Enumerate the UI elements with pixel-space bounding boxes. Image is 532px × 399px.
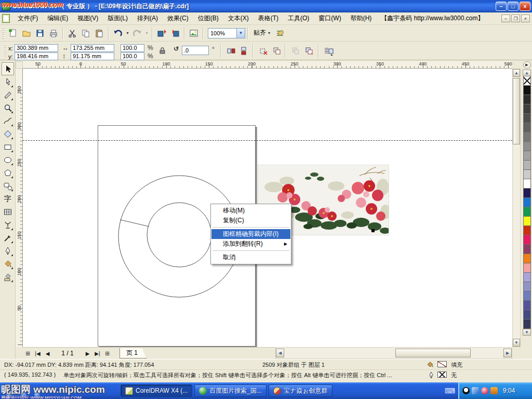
palette-flyout-button[interactable]: ▶ [523,61,531,69]
snap-to-button[interactable]: 贴齐 ▾ [250,29,273,37]
menu-item[interactable]: 【鑫宇条码 http://www.lw3000.com】 [376,12,488,24]
doc-close-button[interactable]: × [521,15,530,22]
lock-ratio-icon[interactable] [158,46,166,57]
cut-button[interactable] [65,26,79,40]
menu-item[interactable]: 版面(L) [103,12,132,24]
redo-dropdown-arrow[interactable]: ▾ [144,26,150,40]
scroll-left-arrow-icon[interactable]: ◀ [276,349,284,357]
color-swatch[interactable] [523,169,531,179]
x-position-input[interactable]: 300.389 mm [15,44,58,52]
pick-tool[interactable] [2,62,14,75]
messenger-tray-icon[interactable] [472,387,479,394]
context-menu-item[interactable]: 复制(C) [211,216,290,225]
color-swatch[interactable] [523,235,531,245]
scroll-down-arrow-icon[interactable]: ▼ [513,339,520,347]
color-swatch[interactable] [523,132,531,142]
no-color-swatch[interactable] [523,76,531,86]
color-swatch[interactable] [523,272,531,282]
text-tool[interactable]: 字 [2,192,14,205]
color-swatch[interactable] [523,310,531,320]
color-swatch[interactable] [523,291,531,301]
minimize-button[interactable]: – [496,2,507,11]
horizontal-scrollbar[interactable]: ◀ ▶ [275,347,512,359]
zoom-tool[interactable] [2,101,14,114]
edit-crop-button[interactable] [258,45,269,57]
context-menu-item[interactable]: 添加到翻转(R)▶ [211,239,290,249]
taskbar-button[interactable]: 百度图片搜索_国... [194,384,267,397]
menu-item[interactable]: 编辑(E) [43,12,73,24]
horizontal-scroll-thumb[interactable] [395,349,471,357]
zoom-combo-arrow-icon[interactable]: ▼ [236,29,245,38]
fill-tool[interactable] [2,257,14,270]
scale-v-input[interactable]: 100.0 [121,52,144,60]
interactive-fill-tool[interactable] [2,270,14,283]
ruler-origin-box[interactable] [16,61,23,69]
mirror-horizontal-button[interactable] [225,45,237,57]
context-menu-item[interactable]: 图框精确剪裁内部(I) [211,229,290,239]
taskbar-button[interactable]: 宝ナ焱ぉ创意群 [269,384,332,397]
color-swatch[interactable] [523,244,531,254]
horizontal-ruler[interactable]: 50050100150200250300350400450500 [23,61,512,69]
color-swatch[interactable] [523,188,531,198]
color-swatch[interactable] [523,113,531,123]
eyedropper-tool[interactable] [2,231,14,244]
vertical-scroll-thumb[interactable] [513,78,520,144]
paste-button[interactable] [92,26,106,40]
application-launcher-button[interactable] [187,26,201,40]
add-page-end-button[interactable]: ⊞ [103,349,112,358]
context-menu-item[interactable]: 移动(M) [211,206,290,216]
menu-item[interactable]: 视图(V) [73,12,103,24]
color-swatch[interactable] [523,104,531,114]
input-method-keyboard-icon[interactable]: ⌨ [445,387,455,395]
scroll-up-arrow-icon[interactable]: ▲ [513,69,520,77]
toolbar-grip[interactable] [2,28,4,39]
color-swatch[interactable] [523,216,531,226]
taskbar-button[interactable]: CorelDRAW X4 (... [121,384,192,397]
menu-item[interactable]: 效果(C) [163,12,193,24]
group-button[interactable] [290,45,301,57]
color-swatch[interactable] [523,225,531,235]
page-tab[interactable]: 页 1 [119,348,147,358]
color-swatch[interactable] [523,319,531,329]
color-swatch[interactable] [523,254,531,263]
next-page-button[interactable]: ▶ [83,349,92,358]
basic-shapes-tool[interactable] [2,179,14,192]
crop-tool[interactable] [2,88,14,101]
new-button[interactable] [6,26,20,40]
color-swatch[interactable] [523,141,531,151]
options-button[interactable] [273,26,287,40]
mirror-vertical-button[interactable] [238,45,249,57]
palette-scroll-down-icon[interactable]: ▼ [523,329,531,336]
wrap-paragraph-button[interactable] [271,45,283,57]
vertical-ruler[interactable]: 35030025020015010050 [16,69,23,347]
y-position-input[interactable]: 198.416 mm [15,52,58,60]
color-swatch[interactable] [523,85,531,95]
menu-item[interactable]: 工具(O) [283,12,314,24]
ungroup-button[interactable] [303,45,315,57]
rectangle-tool[interactable] [2,140,14,153]
previous-page-button[interactable]: ◀ [43,349,52,358]
qq-penguin-tray-icon[interactable] [462,387,470,394]
copy-button[interactable] [79,26,92,40]
undo-button[interactable] [111,26,125,40]
color-swatch[interactable] [523,179,531,189]
maximize-button[interactable]: □ [508,2,518,11]
scale-h-input[interactable]: 100.0 [121,44,144,52]
smart-fill-tool[interactable] [2,127,14,140]
selection-handle[interactable] [371,229,375,232]
color-swatch[interactable] [523,160,531,170]
polygon-tool[interactable] [2,166,14,179]
doc-minimize-button[interactable]: – [501,15,510,22]
object-height-input[interactable]: 91.175 mm [71,52,114,60]
menu-item[interactable]: 帮助(H) [346,12,377,24]
export-button[interactable] [168,26,182,40]
color-swatch[interactable] [523,197,531,207]
first-page-button[interactable]: |◀ [33,349,42,358]
color-swatch[interactable] [523,282,531,291]
save-button[interactable] [33,26,47,40]
doc-restore-button[interactable]: ❐ [511,15,520,22]
menu-item[interactable]: 位图(B) [193,12,223,24]
context-menu-item[interactable]: 取消 [211,252,290,262]
outline-pen-tool[interactable] [2,244,14,257]
undo-dropdown-arrow[interactable]: ▾ [125,26,130,40]
